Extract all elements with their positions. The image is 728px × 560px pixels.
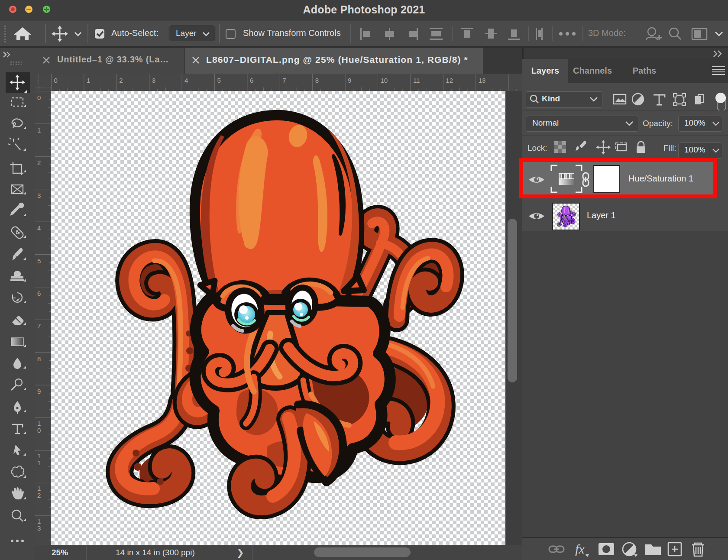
svg-text:3: 3 <box>37 524 41 532</box>
svg-text:2: 2 <box>37 159 41 166</box>
svg-text:1: 1 <box>37 126 41 134</box>
svg-text:6: 6 <box>250 77 253 84</box>
svg-text:0: 0 <box>37 427 41 434</box>
svg-text:1: 1 <box>37 452 41 460</box>
svg-text:11: 11 <box>413 77 420 84</box>
svg-text:7: 7 <box>37 322 41 330</box>
svg-text:3: 3 <box>152 77 155 84</box>
svg-text:1: 1 <box>37 420 41 427</box>
svg-text:8: 8 <box>37 355 41 363</box>
svg-text:4: 4 <box>184 77 188 84</box>
svg-text:0: 0 <box>54 77 58 84</box>
svg-text:1: 1 <box>87 77 90 84</box>
svg-text:fx: fx <box>575 542 585 556</box>
svg-text:7: 7 <box>282 77 286 84</box>
svg-text:2: 2 <box>37 492 41 499</box>
svg-text:12: 12 <box>446 77 453 84</box>
svg-text:9: 9 <box>348 77 351 84</box>
svg-text:13: 13 <box>479 77 486 84</box>
svg-text:1: 1 <box>37 518 41 525</box>
svg-text:9: 9 <box>37 388 41 395</box>
svg-text:1: 1 <box>37 459 41 466</box>
svg-text:0: 0 <box>37 94 41 101</box>
svg-text:6: 6 <box>37 290 41 297</box>
svg-text:3: 3 <box>37 192 41 199</box>
svg-text:5: 5 <box>217 77 221 84</box>
svg-text:10: 10 <box>381 77 388 84</box>
svg-text:5: 5 <box>37 257 41 265</box>
svg-text:2: 2 <box>119 77 123 84</box>
svg-text:8: 8 <box>315 77 319 84</box>
svg-text:4: 4 <box>37 224 41 232</box>
svg-text:1: 1 <box>37 485 41 492</box>
